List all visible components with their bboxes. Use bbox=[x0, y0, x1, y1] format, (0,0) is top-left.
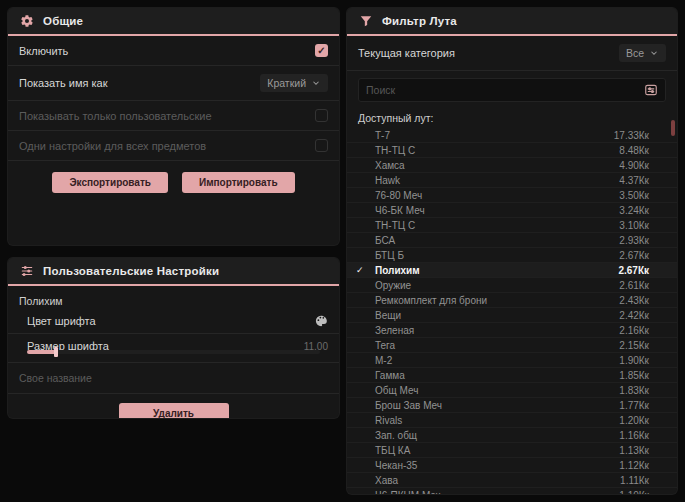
list-item[interactable]: Rivals 1.20Кк bbox=[347, 413, 677, 428]
list-item[interactable]: М-2 1.90Кк bbox=[347, 353, 677, 368]
only-custom-label: Показывать только пользовательские bbox=[19, 110, 212, 122]
item-name: Зеленая bbox=[369, 325, 619, 336]
list-item[interactable]: ТН-ТЦ С 3.10Кк bbox=[347, 218, 677, 233]
list-item[interactable]: БТЦ Б 2.67Кк bbox=[347, 248, 677, 263]
item-value: 1.77Кк bbox=[619, 400, 649, 411]
panel-custom-settings: Пользовательские Настройки Полихим Цвет … bbox=[8, 258, 339, 418]
setting-font-color: Цвет шрифта bbox=[8, 309, 339, 334]
item-name: БСА bbox=[369, 235, 619, 246]
setting-current-category: Текущая категория Все bbox=[347, 36, 677, 71]
list-item[interactable]: Ремкомплект для брони 2.43Кк bbox=[347, 293, 677, 308]
list-item[interactable]: Зап. общ 1.16Кк bbox=[347, 428, 677, 443]
list-item[interactable]: Общ Меч 1.83Кк bbox=[347, 383, 677, 398]
show-name-value: Краткий bbox=[267, 77, 306, 89]
funnel-icon bbox=[359, 14, 373, 28]
list-item[interactable]: БСА 2.93Кк bbox=[347, 233, 677, 248]
item-name: Ч6-БК Меч bbox=[369, 205, 619, 216]
item-value: 3.10Кк bbox=[619, 220, 649, 231]
panel-title: Общие bbox=[43, 15, 83, 27]
panel-title: Пользовательские Настройки bbox=[43, 265, 219, 277]
item-value: 2.15Кк bbox=[619, 340, 649, 351]
right-column: Фильтр Лута Текущая категория Все Доступ… bbox=[347, 8, 677, 494]
item-value: 1.90Кк bbox=[619, 355, 649, 366]
loot-list: Т-7 17.33Кк ТН-ТЦ С 8.48Кк Хамса 4.90Кк … bbox=[347, 128, 677, 494]
setting-only-custom: Показывать только пользовательские bbox=[8, 101, 339, 131]
item-name: Зап. общ bbox=[369, 430, 619, 441]
item-value: 1.83Кк bbox=[619, 385, 649, 396]
list-item[interactable]: Зеленая 2.16Кк bbox=[347, 323, 677, 338]
item-value: 1.85Кк bbox=[619, 370, 649, 381]
list-item[interactable]: Т-7 17.33Кк bbox=[347, 128, 677, 143]
item-value: 4.37Кк bbox=[619, 175, 649, 186]
selected-item-name: Полихим bbox=[8, 286, 339, 309]
same-settings-checkbox[interactable] bbox=[315, 139, 328, 152]
item-name: Гамма bbox=[369, 370, 619, 381]
search-input[interactable] bbox=[366, 84, 644, 96]
item-value: 2.16Кк bbox=[619, 325, 649, 336]
list-item[interactable]: Брош Зав Меч 1.77Кк bbox=[347, 398, 677, 413]
item-name: М-2 bbox=[369, 355, 619, 366]
category-label: Текущая категория bbox=[358, 47, 455, 59]
list-item[interactable]: Вещи 2.42Кк bbox=[347, 308, 677, 323]
list-item[interactable]: Ч6-ПКНМ Меч 1.10Кк bbox=[347, 488, 677, 494]
show-name-dropdown[interactable]: Краткий bbox=[260, 74, 328, 92]
panel-general: Общие Включить Показать имя как Краткий … bbox=[8, 8, 339, 245]
item-name: БТЦ Б bbox=[369, 250, 619, 261]
item-value: 4.90Кк bbox=[619, 160, 649, 171]
font-size-slider[interactable] bbox=[27, 350, 320, 354]
enable-checkbox[interactable] bbox=[315, 44, 328, 57]
item-value: 3.50Кк bbox=[619, 190, 649, 201]
list-item[interactable]: Тега 2.15Кк bbox=[347, 338, 677, 353]
chevron-down-icon bbox=[311, 78, 321, 88]
list-item[interactable]: Хава 1.11Кк bbox=[347, 473, 677, 488]
item-name: Брош Зав Меч bbox=[369, 400, 619, 411]
delete-row: Удалить bbox=[8, 394, 339, 418]
slider-fill bbox=[27, 350, 57, 354]
item-name: Ч6-ПКНМ Меч bbox=[369, 490, 619, 495]
list-item[interactable]: Ч6-БК Меч 3.24Кк bbox=[347, 203, 677, 218]
selected-check-icon: ✓ bbox=[356, 265, 369, 275]
item-value: 2.43Кк bbox=[619, 295, 649, 306]
list-item[interactable]: Хамса 4.90Кк bbox=[347, 158, 677, 173]
item-value: 8.48Кк bbox=[619, 145, 649, 156]
palette-icon[interactable] bbox=[314, 314, 328, 328]
list-item[interactable]: ТН-ТЦ С 8.48Кк bbox=[347, 143, 677, 158]
scrollbar-thumb[interactable] bbox=[671, 120, 675, 136]
item-name: Вещи bbox=[369, 310, 619, 321]
enable-label: Включить bbox=[19, 45, 68, 57]
list-item[interactable]: Чекан-35 1.12Кк bbox=[347, 458, 677, 473]
import-button[interactable]: Импортировать bbox=[182, 172, 295, 193]
only-custom-checkbox[interactable] bbox=[315, 109, 328, 122]
list-item[interactable]: ТБЦ КА 1.13Кк bbox=[347, 443, 677, 458]
gear-icon bbox=[20, 14, 34, 28]
list-item[interactable]: Оружие 2.61Кк bbox=[347, 278, 677, 293]
custom-name-input[interactable] bbox=[8, 363, 339, 394]
item-name: 76-80 Меч bbox=[369, 190, 619, 201]
font-color-label: Цвет шрифта bbox=[27, 315, 96, 327]
panel-loot-header: Фильтр Лута bbox=[347, 8, 677, 36]
category-value: Все bbox=[626, 47, 644, 59]
list-item[interactable]: Hawk 4.37Кк bbox=[347, 173, 677, 188]
item-name: Hawk bbox=[369, 175, 619, 186]
item-name: Оружие bbox=[369, 280, 619, 291]
list-item[interactable]: 76-80 Меч 3.50Кк bbox=[347, 188, 677, 203]
left-column: Общие Включить Показать имя как Краткий … bbox=[8, 8, 339, 494]
item-name: Хава bbox=[369, 475, 620, 486]
export-button[interactable]: Экспортировать bbox=[52, 172, 168, 193]
item-value: 1.20Кк bbox=[619, 415, 649, 426]
category-dropdown[interactable]: Все bbox=[619, 44, 666, 62]
search-filter-icon[interactable] bbox=[644, 83, 658, 97]
item-name: Rivals bbox=[369, 415, 619, 426]
item-value: 2.93Кк bbox=[619, 235, 649, 246]
list-item[interactable]: Гамма 1.85Кк bbox=[347, 368, 677, 383]
sliders-icon bbox=[20, 264, 34, 278]
slider-thumb[interactable] bbox=[54, 347, 58, 357]
list-item[interactable]: ✓ Полихим 2.67Кк bbox=[347, 263, 677, 278]
mod-settings-page: Общие Включить Показать имя как Краткий … bbox=[0, 0, 685, 502]
panel-title: Фильтр Лута bbox=[382, 15, 457, 27]
item-value: 2.67Кк bbox=[618, 265, 649, 276]
item-name: Ремкомплект для брони bbox=[369, 295, 619, 306]
delete-button[interactable]: Удалить bbox=[119, 403, 229, 418]
show-name-label: Показать имя как bbox=[19, 77, 108, 89]
item-value: 1.11Кк bbox=[620, 475, 649, 486]
